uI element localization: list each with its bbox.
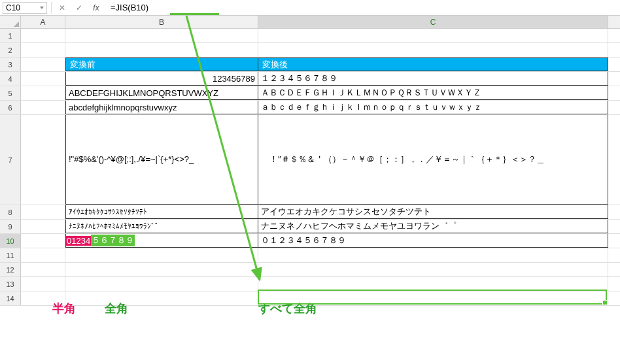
row-8: 8 ｱｲｳｴｵｶｷｸｹｺｻｼｽｾｿﾀﾁﾂﾃﾄ アイウエオカキクケコサシスセソタチ… xyxy=(0,205,620,220)
spreadsheet-grid: A B C 1 2 3 変換前 変換後 4 123456789 １２３４５６７８… xyxy=(0,16,620,306)
name-box-value: C10 xyxy=(6,3,20,12)
cell-b6[interactable]: abcdefghijklmnopqrstuvwxyz xyxy=(65,101,258,114)
row-10: 10 01234５６７８９ ０１２３４５６７８９ xyxy=(0,234,620,248)
name-box[interactable]: C10 xyxy=(3,2,47,14)
cell-c2[interactable] xyxy=(258,43,608,57)
cell-c7[interactable]: ！″＃＄％＆＇（）－＾￥＠［；：］，．／￥＝～｜｀｛＋＊｝＜＞？＿ xyxy=(258,115,608,205)
row-header-9[interactable]: 9 xyxy=(0,220,21,233)
row-5: 5 ABCDEFGHIJKLMNOPQRSTUVWXYZ ＡＢＣＤＥＦＧＨＩＪＫ… xyxy=(0,86,620,101)
row-12: 12 xyxy=(0,263,620,277)
row-header-7[interactable]: 7 xyxy=(0,115,21,205)
row-header-10[interactable]: 10 xyxy=(0,234,21,248)
cell-b4[interactable]: 123456789 xyxy=(65,72,258,86)
column-header-row: A B C xyxy=(0,16,620,29)
cell-c5[interactable]: ＡＢＣＤＥＦＧＨＩＪＫＬＭＮＯＰＱＲＳＴＵＶＷＸＹＺ xyxy=(258,86,608,100)
col-header-c[interactable]: C xyxy=(258,16,608,28)
cell-a6[interactable] xyxy=(21,101,65,114)
cell-c13[interactable] xyxy=(258,277,608,291)
cell-a7[interactable] xyxy=(21,115,65,205)
row-header-4[interactable]: 4 xyxy=(0,72,21,86)
accept-icon[interactable]: ✓ xyxy=(73,2,86,14)
fx-icon[interactable]: fx xyxy=(90,2,103,14)
annotation-hankaku: 半角 xyxy=(52,301,76,316)
cell-b10[interactable]: 01234５６７８９ xyxy=(65,234,258,248)
separator xyxy=(51,2,52,14)
row-header-2[interactable]: 2 xyxy=(0,43,21,57)
cell-a12[interactable] xyxy=(21,263,65,276)
row-header-14[interactable]: 14 xyxy=(0,291,21,305)
cell-b9[interactable]: ﾅﾆﾇﾈﾉﾊﾋﾌﾍﾎﾏﾐﾑﾒﾓﾔﾕﾖﾜﾗﾝﾞﾟ xyxy=(65,220,258,233)
cell-b1[interactable] xyxy=(65,29,258,42)
annotation-zenkaku: 全角 xyxy=(105,301,128,316)
row-header-1[interactable]: 1 xyxy=(0,29,21,42)
cell-c9[interactable]: ナニヌネノハヒフヘホマミムメモヤユヨワラン゛゜ xyxy=(258,220,608,233)
row-11: 11 xyxy=(0,248,620,263)
cell-b7[interactable]: !"#$%&'()-^¥@[;:],./¥=~|`{+*}<>?_ xyxy=(65,115,258,205)
row-header-6[interactable]: 6 xyxy=(0,101,21,114)
row-7: 7 !"#$%&'()-^¥@[;:],./¥=~|`{+*}<>?_ ！″＃＄… xyxy=(0,115,620,205)
cell-b3[interactable]: 変換前 xyxy=(65,58,258,71)
cell-a13[interactable] xyxy=(21,277,65,291)
col-header-a[interactable]: A xyxy=(21,16,65,28)
cell-b14[interactable] xyxy=(65,291,258,305)
cell-a11[interactable] xyxy=(21,248,65,262)
cell-a10[interactable] xyxy=(21,234,65,248)
formula-bar: C10 ✕ ✓ fx =JIS(B10) xyxy=(0,0,620,16)
cell-a1[interactable] xyxy=(21,29,65,42)
cancel-icon[interactable]: ✕ xyxy=(56,2,69,14)
highlight-hankaku: 01234 xyxy=(66,236,91,246)
cell-c10[interactable]: ０１２３４５６７８９ xyxy=(258,234,608,248)
cell-c11[interactable] xyxy=(258,248,608,262)
formula-input[interactable]: =JIS(B10) xyxy=(107,3,148,12)
cell-b5[interactable]: ABCDEFGHIJKLMNOPQRSTUVWXYZ xyxy=(65,86,258,100)
cell-a3[interactable] xyxy=(21,58,65,71)
row-header-3[interactable]: 3 xyxy=(0,58,21,71)
cell-a5[interactable] xyxy=(21,86,65,100)
cell-c6[interactable]: ａｂｃｄｅｆｇｈｉｊｋｌｍｎｏｐｑｒｓｔｕｖｗｘｙｚ xyxy=(258,101,608,114)
cell-c8[interactable]: アイウエオカキクケコサシスセソタチツテト xyxy=(258,205,608,219)
row-header-5[interactable]: 5 xyxy=(0,86,21,100)
cell-b2[interactable] xyxy=(65,43,258,57)
highlight-zenkaku: ５６７８９ xyxy=(91,235,135,246)
cell-c12[interactable] xyxy=(258,263,608,276)
formula-highlight xyxy=(170,13,219,15)
row-2: 2 xyxy=(0,43,620,58)
annotation-all-zenkaku: すべて全角 xyxy=(258,301,317,316)
cell-b11[interactable] xyxy=(65,248,258,262)
cell-b8[interactable]: ｱｲｳｴｵｶｷｸｹｺｻｼｽｾｿﾀﾁﾂﾃﾄ xyxy=(65,205,258,219)
row-header-12[interactable]: 12 xyxy=(0,263,21,276)
cell-a9[interactable] xyxy=(21,220,65,233)
row-13: 13 xyxy=(0,277,620,291)
row-6: 6 abcdefghijklmnopqrstuvwxyz ａｂｃｄｅｆｇｈｉｊｋ… xyxy=(0,101,620,115)
row-1: 1 xyxy=(0,29,620,43)
cell-b12[interactable] xyxy=(65,263,258,276)
cell-a2[interactable] xyxy=(21,43,65,57)
chevron-down-icon[interactable] xyxy=(40,7,44,9)
row-4: 4 123456789 １２３４５６７８９ xyxy=(0,72,620,86)
row-3: 3 変換前 変換後 xyxy=(0,58,620,72)
cell-c3[interactable]: 変換後 xyxy=(258,58,608,71)
cell-b13[interactable] xyxy=(65,277,258,291)
col-header-b[interactable]: B xyxy=(65,16,258,28)
row-header-13[interactable]: 13 xyxy=(0,277,21,291)
row-9: 9 ﾅﾆﾇﾈﾉﾊﾋﾌﾍﾎﾏﾐﾑﾒﾓﾔﾕﾖﾜﾗﾝﾞﾟ ナニヌネノハヒフヘホマミムメ… xyxy=(0,220,620,234)
cell-a4[interactable] xyxy=(21,72,65,86)
row-header-11[interactable]: 11 xyxy=(0,248,21,262)
row-header-8[interactable]: 8 xyxy=(0,205,21,219)
cell-c1[interactable] xyxy=(258,29,608,42)
cell-c4[interactable]: １２３４５６７８９ xyxy=(258,72,608,86)
cell-a8[interactable] xyxy=(21,205,65,219)
select-all-corner[interactable] xyxy=(0,16,21,28)
